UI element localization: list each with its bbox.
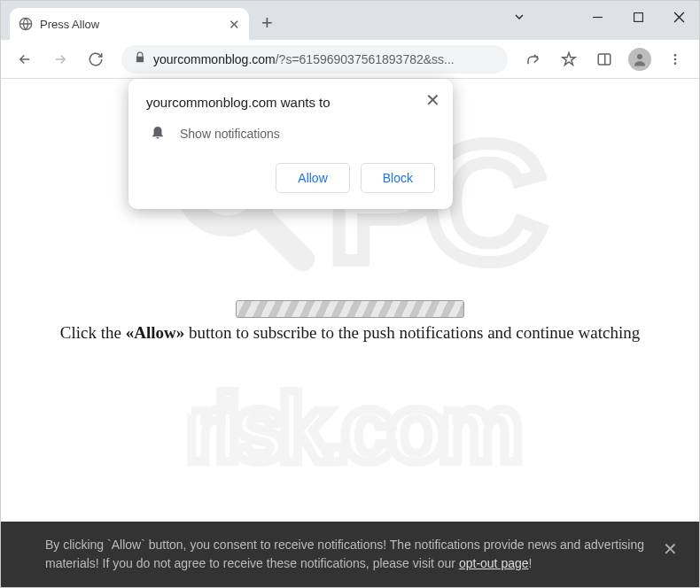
bookmark-icon[interactable] [554, 44, 584, 74]
sidepanel-icon[interactable] [589, 44, 619, 74]
block-button[interactable]: Block [361, 163, 435, 193]
avatar-icon [628, 48, 651, 71]
forward-button[interactable] [45, 44, 75, 74]
url-text: yourcommonblog.com/?s=615969037561893782… [153, 52, 455, 66]
window-controls [577, 1, 699, 33]
dialog-close-icon[interactable]: ✕ [425, 91, 440, 109]
permission-label: Show notifications [180, 127, 280, 141]
new-tab-button[interactable]: + [261, 12, 273, 35]
consent-close-icon[interactable]: ✕ [663, 536, 678, 562]
consent-text: By clicking `Allow` button, you consent … [45, 538, 644, 570]
svg-line-12 [258, 214, 303, 259]
close-tab-icon[interactable]: ✕ [229, 18, 240, 31]
svg-rect-2 [634, 12, 642, 21]
reload-button[interactable] [81, 44, 111, 74]
consent-bar: By clicking `Allow` button, you consent … [1, 522, 699, 587]
share-icon[interactable] [518, 44, 548, 74]
minimize-button[interactable] [577, 1, 618, 33]
svg-point-9 [674, 58, 677, 60]
svg-point-10 [674, 62, 677, 65]
lock-icon [134, 51, 146, 67]
browser-titlebar: Press Allow ✕ + [1, 1, 699, 40]
permission-dialog: ✕ yourcommonblog.com wants to Show notif… [128, 79, 453, 209]
menu-icon[interactable] [660, 44, 690, 74]
globe-icon [19, 17, 33, 31]
permission-title: yourcommonblog.com wants to [146, 95, 435, 110]
profile-button[interactable] [625, 44, 655, 74]
permission-buttons: Allow Block [146, 163, 435, 193]
bell-icon [150, 124, 166, 143]
loading-bar [236, 300, 464, 318]
browser-toolbar: yourcommonblog.com/?s=615969037561893782… [1, 40, 699, 79]
svg-point-7 [637, 54, 642, 59]
browser-tab[interactable]: Press Allow ✕ [10, 8, 249, 40]
allow-button[interactable]: Allow [276, 163, 349, 193]
tab-dropdown-icon[interactable] [512, 10, 526, 27]
watermark-sub: risk.com [1, 371, 699, 484]
opt-out-link[interactable]: opt-out page [459, 556, 529, 570]
tab-title: Press Allow [40, 18, 222, 31]
permission-row: Show notifications [146, 124, 435, 143]
svg-point-8 [674, 54, 677, 57]
toolbar-actions [518, 44, 690, 74]
back-button[interactable] [10, 44, 40, 74]
page-message: Click the «Allow» button to subscribe to… [1, 323, 699, 343]
address-bar[interactable]: yourcommonblog.com/?s=615969037561893782… [121, 45, 508, 74]
maximize-button[interactable] [618, 1, 658, 33]
close-window-button[interactable] [658, 1, 699, 33]
